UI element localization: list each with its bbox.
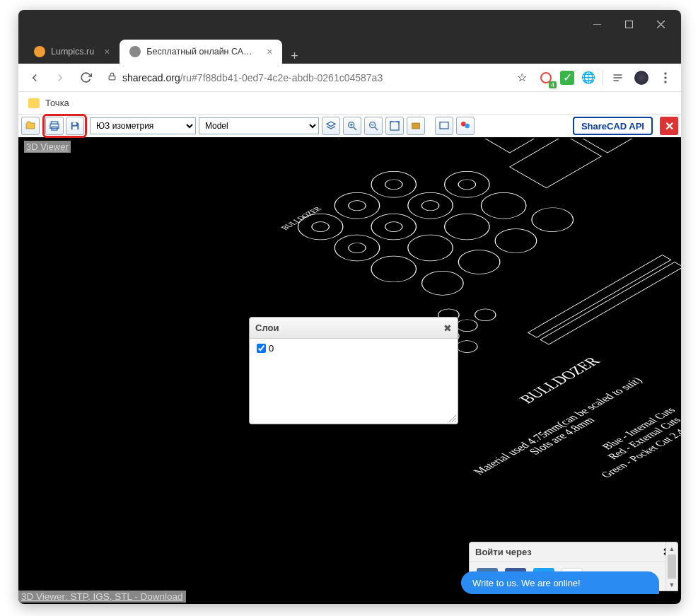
scroll-thumb[interactable] xyxy=(668,554,676,580)
bookmarks-bar: Точка xyxy=(18,92,681,115)
lock-icon xyxy=(107,71,117,83)
window-maximize-button[interactable] xyxy=(613,13,645,35)
svg-point-36 xyxy=(345,241,370,255)
layer-checkbox[interactable] xyxy=(257,344,266,353)
svg-point-34 xyxy=(381,178,406,192)
svg-rect-24 xyxy=(390,122,399,130)
zoom-out-button[interactable] xyxy=(364,117,383,135)
svg-rect-83 xyxy=(540,262,681,344)
svg-point-33 xyxy=(362,166,426,203)
svg-point-35 xyxy=(325,230,389,267)
svg-point-46 xyxy=(472,187,535,224)
dialog-header[interactable]: Слои ✖ xyxy=(250,318,458,339)
app-content: ЮЗ изометрия Model ShareCAD API ✕ 3D Vie… xyxy=(18,115,681,604)
browser-window: Lumpics.ru × Бесплатный онлайн САПР прос… xyxy=(18,10,681,604)
url-text: sharecad.org/ru#7f88db41-0ed7-4c2e-abdb-… xyxy=(122,72,383,83)
profile-avatar[interactable] xyxy=(632,68,651,88)
layers-button[interactable] xyxy=(322,117,340,135)
save-button[interactable] xyxy=(66,117,84,135)
tab-close-icon[interactable]: × xyxy=(267,46,272,57)
new-tab-button[interactable]: + xyxy=(282,49,307,64)
svg-point-49 xyxy=(487,224,545,258)
svg-line-22 xyxy=(375,127,378,130)
layers-dialog: Слои ✖ 0 xyxy=(249,317,458,424)
sharecad-api-button[interactable]: ShareCAD API xyxy=(573,117,653,135)
svg-point-28 xyxy=(465,124,470,129)
svg-rect-75 xyxy=(571,139,663,153)
tab-sharecad[interactable]: Бесплатный онлайн САПР прос × xyxy=(120,40,282,64)
color-mode-button[interactable] xyxy=(435,117,453,135)
dialog-title: Слои xyxy=(255,322,443,333)
model-select[interactable]: Model xyxy=(199,117,319,134)
extension-opera-icon[interactable]: 4 xyxy=(536,68,556,88)
svg-point-55 xyxy=(471,306,500,323)
dialog-body: 0 xyxy=(250,339,458,424)
svg-point-43 xyxy=(362,251,426,288)
reload-button[interactable] xyxy=(75,67,96,88)
3d-download-link[interactable]: 3D Viewer: STP, IGS, STL - Download xyxy=(18,591,186,603)
tab-close-icon[interactable]: × xyxy=(104,46,110,57)
layer-row[interactable]: 0 xyxy=(257,343,450,354)
window-minimize-button[interactable] xyxy=(581,13,613,35)
extension-check-icon[interactable]: ✓ xyxy=(560,71,574,85)
url-field[interactable]: sharecad.org/ru#7f88db41-0ed7-4c2e-abdb-… xyxy=(100,69,508,86)
reading-list-icon[interactable] xyxy=(607,68,627,88)
scroll-up-icon[interactable]: ▲ xyxy=(666,542,677,554)
svg-point-47 xyxy=(413,266,472,300)
app-toolbar: ЮЗ изометрия Model ShareCAD API ✕ xyxy=(18,115,681,139)
bookmark-item[interactable]: Точка xyxy=(45,98,69,108)
favicon xyxy=(34,46,45,57)
zoom-extents-button[interactable] xyxy=(385,117,404,135)
open-file-button[interactable] xyxy=(21,117,40,135)
chat-widget[interactable]: Write to us. We are online! xyxy=(461,571,659,594)
svg-point-30 xyxy=(308,220,333,234)
tab-bar: Lumpics.ru × Бесплатный онлайн САПР прос… xyxy=(18,38,681,64)
svg-rect-25 xyxy=(412,123,420,129)
svg-marker-16 xyxy=(327,122,335,127)
view-select[interactable]: ЮЗ изометрия xyxy=(90,117,196,134)
svg-rect-4 xyxy=(109,76,115,79)
svg-rect-26 xyxy=(440,122,448,129)
svg-point-32 xyxy=(345,199,370,213)
back-button[interactable] xyxy=(24,67,45,88)
menu-button[interactable] xyxy=(656,68,675,88)
background-button[interactable] xyxy=(456,117,475,135)
svg-point-39 xyxy=(399,187,463,224)
svg-rect-1 xyxy=(626,21,633,28)
svg-point-8 xyxy=(664,72,666,74)
separator xyxy=(603,70,603,86)
tab-lumpics[interactable]: Lumpics.ru × xyxy=(24,40,120,64)
tab-title: Lumpics.ru xyxy=(51,47,94,57)
zoom-in-button[interactable] xyxy=(343,117,361,135)
svg-point-29 xyxy=(289,209,352,245)
zoom-window-button[interactable] xyxy=(407,117,425,135)
svg-point-48 xyxy=(450,245,508,279)
window-close-button[interactable] xyxy=(645,13,677,35)
svg-point-42 xyxy=(455,178,479,192)
svg-point-31 xyxy=(325,187,389,224)
svg-point-38 xyxy=(381,220,406,234)
svg-rect-14 xyxy=(73,122,76,124)
login-header[interactable]: Войти через ✖ xyxy=(470,542,677,562)
tab-title: Бесплатный онлайн САПР прос xyxy=(146,47,257,57)
extension-globe-icon[interactable]: 🌐 xyxy=(578,68,598,88)
print-button[interactable] xyxy=(45,117,64,135)
svg-rect-69 xyxy=(479,139,547,153)
svg-point-50 xyxy=(523,203,582,237)
svg-point-9 xyxy=(664,76,666,79)
folder-icon xyxy=(28,98,40,108)
forward-button[interactable] xyxy=(50,67,71,88)
svg-line-86 xyxy=(455,421,456,422)
scroll-down-icon[interactable]: ▼ xyxy=(666,579,677,591)
resize-grip-icon[interactable] xyxy=(448,414,456,422)
chat-text: Write to us. We are online! xyxy=(472,578,581,588)
cad-canvas[interactable]: 3D Viewer xyxy=(18,139,681,604)
svg-point-41 xyxy=(435,166,499,203)
svg-line-18 xyxy=(354,127,356,130)
star-icon[interactable]: ☆ xyxy=(512,68,532,88)
dialog-close-icon[interactable]: ✖ xyxy=(443,322,452,334)
window-titlebar xyxy=(18,10,681,38)
close-drawing-button[interactable]: ✕ xyxy=(660,117,678,135)
panel-scrollbar[interactable]: ▲ ▼ xyxy=(665,542,677,591)
address-bar: sharecad.org/ru#7f88db41-0ed7-4c2e-abdb-… xyxy=(18,64,681,92)
